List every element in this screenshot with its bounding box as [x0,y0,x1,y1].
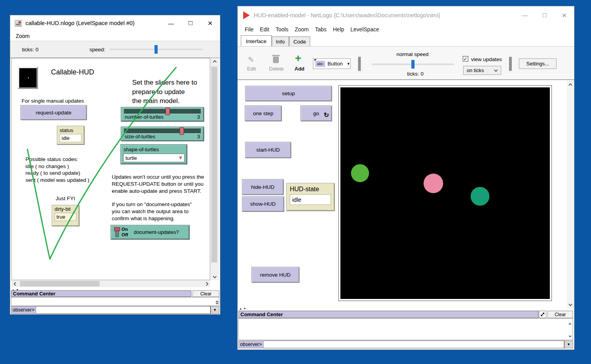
output-scroll-up[interactable] [569,323,571,326]
output-scroll-down[interactable] [216,299,218,306]
dirty-bit-monitor: dirty-bit true [52,205,79,226]
view-updates-checkbox[interactable]: ✓ [463,56,468,62]
minimize-icon[interactable]: — [161,15,181,31]
show-hud-button[interactable]: show-HUD [242,196,284,212]
slider-handle[interactable] [180,127,184,135]
menu-edit[interactable]: Edit [257,26,273,33]
tab-code[interactable]: Code [289,36,310,46]
maximize-icon[interactable]: □ [181,15,200,31]
cc-splitter-arrows[interactable]: ▲ ▼ [239,307,247,310]
widget-type-dropdown[interactable]: abc Button ▼ [313,58,351,69]
left-toolbar: ticks: 0 speed: [10,41,220,58]
right-vertical-scrollbar[interactable] [567,81,574,308]
request-update-button[interactable]: request-update [20,105,87,120]
menu-file[interactable]: File [242,26,257,33]
switch-off-label: Off [122,232,128,237]
close-icon[interactable]: × [555,6,574,24]
speed-slider-title: normal speed [396,51,429,57]
right-observer-row: observer> ▼ [238,340,573,348]
document-updates-switch[interactable]: On Off document-updates? [111,225,189,239]
dirty-bit-monitor-label: dirty-bit [55,206,76,212]
go-button[interactable]: go ↻ [300,105,332,121]
update-mode-value: on ticks [467,67,484,73]
right-cc-clear-button[interactable]: Clear [547,311,573,318]
slider-instructions-note: Set the sliders here to prepare to updat… [132,78,197,106]
hide-hud-button[interactable]: hide-HUD [242,179,284,195]
size-of-turtles-slider[interactable]: size-of-turtles 3 [121,127,204,141]
slider-track[interactable] [124,129,201,134]
just-fyi-note: Just FYI [56,195,75,202]
menu-help[interactable]: Help [330,26,347,33]
update-mode-dropdown[interactable]: on ticks [463,66,501,75]
settings-button-label: Settings... [526,61,549,67]
command-input[interactable] [36,306,211,314]
scroll-left-arrow[interactable] [12,280,18,287]
history-dropdown-icon[interactable]: ▼ [564,340,573,348]
chooser-label: shape-of-turtles [124,147,159,152]
slider-track[interactable] [124,109,201,114]
remove-hud-button[interactable]: remove HUD [251,267,299,283]
left-menubar: Zoom [10,31,220,41]
start-hud-button[interactable]: start-HUD [245,142,291,158]
minimize-icon[interactable]: — [515,6,535,24]
menu-tools[interactable]: Tools [273,26,292,33]
main-speed-slider[interactable] [372,63,454,65]
slider-handle[interactable] [165,108,170,115]
scroll-down-arrow[interactable] [567,301,574,307]
model-title-text: Callable-HUD [51,69,94,76]
tab-bar: Interface Info Code [238,35,574,46]
left-horizontal-scrollbar[interactable] [11,280,210,287]
scroll-down-arrow[interactable] [210,273,219,279]
number-of-turtles-slider[interactable]: number-of-turtles 3 [121,107,204,121]
status-monitor-label: status [60,127,82,133]
go-button-label: go [313,110,319,116]
chooser-dropdown-icon[interactable]: ▼ [178,155,183,161]
left-vertical-scrollbar[interactable] [210,58,219,280]
tab-info[interactable]: Info [272,36,289,46]
main-speed-handle[interactable] [411,60,415,69]
dropdown-arrow-icon: ▼ [347,62,350,66]
scroll-up-arrow[interactable] [567,82,574,88]
scrollbar-thumb[interactable] [20,281,100,286]
cc-popout-button[interactable] [539,311,546,318]
menu-levelspace[interactable]: LevelSpace [347,26,382,33]
edit-widget-label[interactable]: Edit [247,66,256,72]
maximize-icon[interactable]: □ [535,6,555,24]
left-cc-clear-button[interactable]: Clear [193,290,219,297]
one-step-button[interactable]: one step [245,105,282,121]
right-titlebar[interactable]: HUD-enabled-model - NetLogo {C:\Users\wa… [238,6,574,24]
hud-state-monitor-value: idle [290,194,331,205]
history-dropdown-icon[interactable]: ▼ [211,306,219,314]
add-widget-label[interactable]: Add [295,66,304,72]
scrollbar-thumb[interactable] [211,67,217,263]
edit-widget-icon[interactable]: ✎ [248,55,254,64]
menu-zoom[interactable]: Zoom [16,33,30,39]
left-observer-row: observer> ▼ [11,306,219,314]
command-input[interactable] [264,340,564,348]
add-widget-icon[interactable]: + [295,52,301,65]
left-titlebar[interactable]: callable-HUD.nlogo (LevelSpace model #0)… [10,15,220,31]
left-speed-handle[interactable] [155,45,158,54]
setup-button[interactable]: setup [245,86,332,101]
hud-state-monitor-label: HUD-state [290,186,331,193]
left-cc-output[interactable] [11,297,219,306]
abc-widget-icon: abc [315,61,325,67]
left-speed-slider[interactable] [109,49,203,50]
scroll-up-arrow[interactable] [210,59,219,65]
output-scroll-down[interactable] [569,335,571,337]
left-window-title: callable-HUD.nlogo (LevelSpace model #0) [25,20,135,26]
delete-widget-icon[interactable] [273,56,279,63]
shape-of-turtles-chooser[interactable]: shape-of-turtles turtle ▼ [120,144,187,164]
observer-prompt: observer> [238,340,264,348]
settings-button[interactable]: Settings... [519,58,556,69]
menu-tabs[interactable]: Tabs [312,26,330,33]
menu-zoom[interactable]: Zoom [291,26,312,33]
tab-interface[interactable]: Interface [241,35,272,46]
chooser-value-box[interactable]: turtle [123,154,185,162]
levelspace-model-window: callable-HUD.nlogo (LevelSpace model #0)… [10,15,220,315]
switch-knob[interactable] [114,227,120,231]
close-icon[interactable]: × [200,15,220,31]
delete-widget-label[interactable]: Delete [269,66,284,72]
right-cc-output[interactable] [238,318,573,340]
scroll-right-arrow[interactable] [203,280,209,287]
